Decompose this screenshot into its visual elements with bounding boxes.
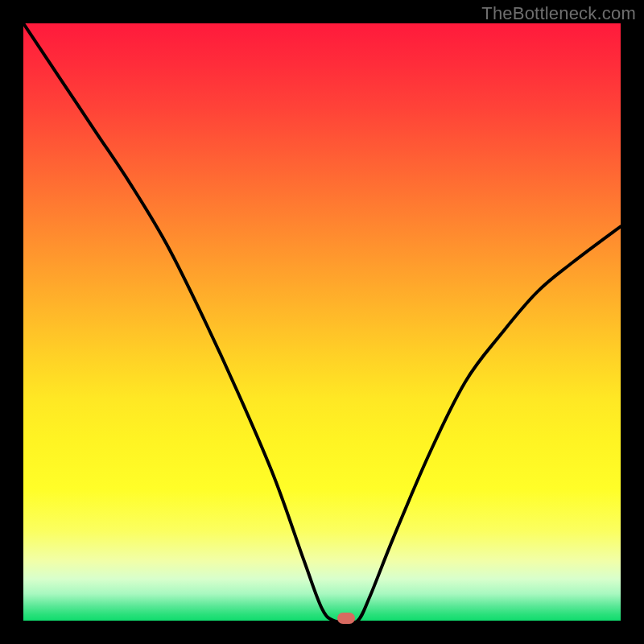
plot-area (23, 23, 621, 621)
optimum-marker (337, 613, 355, 624)
chart-frame: TheBottleneck.com (0, 0, 644, 644)
watermark-text: TheBottleneck.com (481, 3, 636, 24)
bottleneck-curve (23, 23, 621, 621)
